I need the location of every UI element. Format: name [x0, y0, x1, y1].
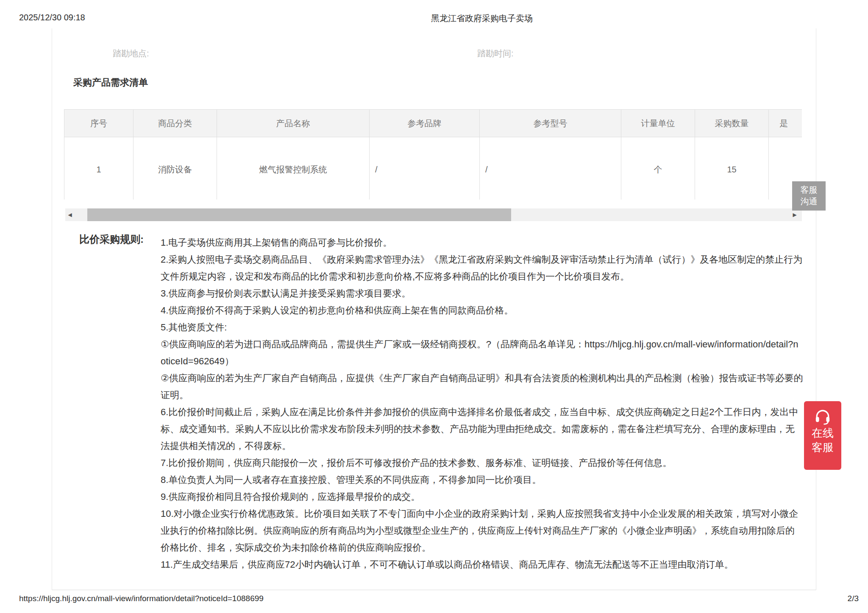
table-row: 1 消防设备 燃气报警控制系统 / / 个 15 — [64, 137, 802, 200]
scroll-left-arrow-icon[interactable]: ◀ — [66, 208, 74, 221]
cell-quantity: 15 — [695, 137, 769, 200]
col-header-category: 商品分类 — [134, 110, 217, 137]
rule-item: 1.电子卖场供应商用其上架销售的商品可参与比价报价。 — [161, 234, 803, 251]
cell-unit: 个 — [621, 137, 695, 200]
rule-item: 11.产生成交结果后，供应商应72小时内确认订单，不可不确认订单或以商品价格错误… — [161, 556, 803, 573]
horizontal-scrollbar[interactable]: ◀ ▶ — [65, 208, 802, 221]
print-preview-page: 2025/12/30 09:18 黑龙江省政府采购电子卖场 踏勘地点: 踏勘时间… — [0, 0, 868, 613]
service-button-label-line1: 在线 — [804, 426, 841, 440]
print-page-title: 黑龙江省政府采购电子卖场 — [431, 13, 533, 24]
col-header-brand: 参考品牌 — [370, 110, 480, 137]
customer-chat-button[interactable]: 客服 沟通 — [792, 181, 826, 211]
rule-item: 6.比价报价时间截止后，采购人应在满足比价条件并参加报价的供应商中选择排名价最低… — [161, 404, 803, 455]
col-header-unit: 计量单位 — [621, 110, 695, 137]
col-header-clipped: 是 — [769, 110, 802, 137]
rules-label: 比价采购规则: — [79, 233, 144, 246]
table-header-row: 序号 商品分类 产品名称 参考品牌 参考型号 计量单位 采购数量 是 — [64, 110, 802, 137]
product-table-viewport: 序号 商品分类 产品名称 参考品牌 参考型号 计量单位 采购数量 是 1 消防设… — [64, 109, 802, 200]
cell-product: 燃气报警控制系统 — [217, 137, 370, 200]
headset-icon — [804, 407, 841, 426]
rule-item: 9.供应商报价相同且符合报价规则的，应选择最早报价的成交。 — [161, 488, 803, 505]
service-button-label-line2: 客服 — [804, 440, 841, 455]
rule-item: 4.供应商报价不得高于采购人设定的初步意向价格和供应商上架在售的同款商品价格。 — [161, 302, 803, 319]
cell-model: / — [480, 137, 621, 200]
cell-seq: 1 — [64, 137, 134, 200]
chat-button-label-line1: 客服 — [792, 184, 826, 196]
rule-item: ②供应商响应的若为生产厂家自产自销商品，应提供《生产厂家自产自销商品证明》和具有… — [161, 370, 803, 404]
rule-item: ①供应商响应的若为进口商品或品牌商品，需提供生产厂家或一级经销商授权。?（品牌商… — [161, 336, 803, 370]
product-table: 序号 商品分类 产品名称 参考品牌 参考型号 计量单位 采购数量 是 1 消防设… — [64, 109, 802, 200]
rule-item: 10.对小微企业实行价格优惠政策。比价项目如关联了不专门面向中小企业的政府采购计… — [161, 505, 803, 556]
rules-text: 1.电子卖场供应商用其上架销售的商品可参与比价报价。 2.采购人按照电子卖场交易… — [161, 234, 803, 573]
content-frame: 踏勘地点: 踏勘时间: 采购产品需求清单 序号 商品分类 产品名称 参考品牌 参… — [52, 28, 816, 590]
cell-brand: / — [370, 137, 480, 200]
rule-item: 3.供应商参与报价则表示默认满足并接受采购需求项目要求。 — [161, 285, 803, 302]
col-header-quantity: 采购数量 — [695, 110, 769, 137]
col-header-model: 参考型号 — [480, 110, 621, 137]
section-heading: 采购产品需求清单 — [73, 76, 148, 89]
chat-button-label-line2: 沟通 — [792, 196, 826, 207]
survey-location-label: 踏勘地点: — [113, 48, 149, 59]
rule-item: 8.单位负责人为同一人或者存在直接控股、管理关系的不同供应商，不得参加同一比价项… — [161, 472, 803, 488]
col-header-product: 产品名称 — [217, 110, 370, 137]
print-datetime: 2025/12/30 09:18 — [19, 13, 85, 22]
rule-item: 5.其他资质文件: — [161, 319, 803, 336]
online-service-button[interactable]: 在线 客服 — [804, 401, 841, 470]
scrollbar-thumb[interactable] — [87, 208, 511, 221]
footer-page-number: 2/3 — [848, 594, 859, 603]
footer-url: https://hljcg.hlj.gov.cn/mall-view/infor… — [19, 594, 264, 603]
rule-item: 2.采购人按照电子卖场交易商品品目、《政府采购需求管理办法》《黑龙江省政府采购文… — [161, 251, 803, 285]
cell-category: 消防设备 — [134, 137, 217, 200]
col-header-seq: 序号 — [64, 110, 134, 137]
survey-time-label: 踏勘时间: — [477, 48, 514, 59]
rule-item: 7.比价报价期间，供应商只能报价一次，报价后不可修改报价产品的技术参数、服务标准… — [161, 455, 803, 472]
